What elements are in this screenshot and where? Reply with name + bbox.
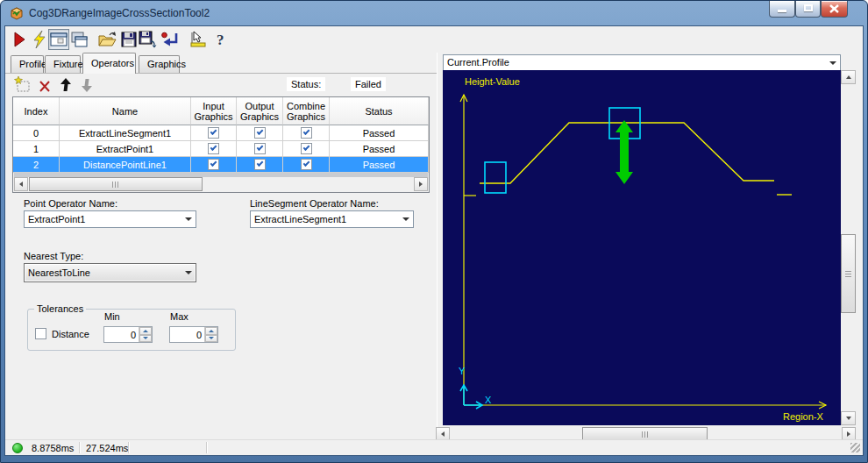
distance-label: Distance bbox=[52, 329, 89, 339]
point-operator-combobox[interactable]: ExtractPoint1 bbox=[24, 210, 196, 228]
reset-button[interactable] bbox=[160, 29, 181, 50]
arrow-right-icon bbox=[419, 182, 423, 187]
dropdown-button[interactable] bbox=[181, 211, 196, 227]
save-as-button[interactable] bbox=[138, 29, 159, 50]
extract-point-region-box[interactable] bbox=[485, 162, 506, 193]
close-button[interactable] bbox=[821, 1, 848, 18]
delete-operator-icon bbox=[36, 76, 53, 94]
table-hscrollbar[interactable] bbox=[14, 177, 428, 191]
spin-up-button[interactable] bbox=[205, 327, 217, 335]
tab-profile[interactable]: Profile bbox=[11, 55, 44, 73]
combine-graphics-checkbox[interactable] bbox=[301, 159, 312, 170]
arrow-left-icon bbox=[19, 182, 23, 187]
save-button[interactable] bbox=[118, 29, 139, 50]
operators-toolbar: Status: Failed bbox=[5, 74, 438, 96]
output-graphics-checkbox[interactable] bbox=[254, 143, 266, 154]
input-graphics-checkbox[interactable] bbox=[208, 143, 219, 154]
dropdown-button[interactable] bbox=[181, 264, 196, 281]
arrow-down-icon bbox=[143, 337, 148, 339]
execution-time: 8.8758ms bbox=[32, 443, 74, 453]
col-header-output-graphics[interactable]: Output Graphics bbox=[237, 97, 283, 125]
minimize-button[interactable] bbox=[769, 1, 795, 18]
chevron-down-icon bbox=[185, 217, 192, 221]
open-file-button[interactable] bbox=[96, 29, 117, 50]
floating-display-button[interactable] bbox=[68, 29, 89, 50]
distance-max-spinner[interactable]: 0 bbox=[169, 326, 218, 343]
nearest-type-combobox[interactable]: NearestToLine bbox=[24, 263, 196, 282]
distance-min-spinner[interactable]: 0 bbox=[103, 326, 153, 343]
status-label: Status: bbox=[287, 77, 325, 91]
table-row[interactable]: 0 ExtractLineSegment1 Passed bbox=[13, 125, 429, 141]
spin-up-button[interactable] bbox=[139, 327, 152, 335]
help-button[interactable]: ? bbox=[210, 29, 231, 50]
floating-display-icon bbox=[70, 31, 88, 48]
result-display-button[interactable] bbox=[48, 29, 69, 50]
distance-arrow[interactable] bbox=[615, 120, 633, 184]
trigger-lightning-icon bbox=[31, 31, 48, 48]
col-header-input-graphics[interactable]: Input Graphics bbox=[191, 97, 237, 125]
col-header-combine-graphics[interactable]: Combine Graphics bbox=[283, 97, 330, 125]
arrow-right-icon bbox=[847, 431, 850, 437]
col-header-name[interactable]: Name bbox=[60, 97, 191, 125]
hscroll-thumb[interactable] bbox=[29, 177, 203, 191]
green-led-icon bbox=[12, 443, 23, 453]
arrow-left-icon bbox=[441, 431, 445, 437]
profile-display: Height-Value Region-X bbox=[443, 70, 841, 425]
save-as-icon bbox=[139, 31, 158, 48]
tab-operators[interactable]: Operators bbox=[82, 53, 136, 74]
run-button[interactable] bbox=[9, 29, 30, 50]
display-source-combobox[interactable]: Current.Profile bbox=[443, 54, 841, 71]
arrow-up-icon bbox=[846, 75, 851, 79]
caliper-tool-button[interactable] bbox=[188, 29, 209, 50]
output-graphics-checkbox[interactable] bbox=[254, 159, 266, 170]
combine-graphics-checkbox[interactable] bbox=[301, 143, 312, 154]
input-graphics-checkbox[interactable] bbox=[208, 127, 219, 139]
save-icon bbox=[120, 31, 138, 48]
arrow-up-icon bbox=[209, 330, 214, 332]
spin-down-button[interactable] bbox=[139, 335, 152, 343]
trigger-button[interactable] bbox=[29, 29, 50, 50]
scroll-up-button[interactable] bbox=[841, 70, 856, 84]
scroll-down-button[interactable] bbox=[841, 411, 856, 425]
title-bar[interactable]: Cog3DRangeImageCrossSectionTool2 bbox=[1, 1, 867, 25]
move-up-button[interactable] bbox=[56, 76, 74, 94]
add-operator-button[interactable] bbox=[14, 76, 32, 94]
distance-tolerance-checkbox[interactable] bbox=[35, 328, 46, 339]
move-down-button[interactable] bbox=[78, 76, 96, 94]
minimize-icon bbox=[778, 10, 786, 12]
col-header-status[interactable]: Status bbox=[330, 97, 429, 125]
y-axis-label: Height-Value bbox=[465, 76, 520, 87]
linesegment-operator-combobox[interactable]: ExtractLineSegment1 bbox=[250, 210, 414, 228]
scroll-left-button[interactable] bbox=[14, 177, 28, 191]
table-row[interactable]: 1 ExtractPoint1 Passed bbox=[13, 141, 429, 157]
profile-plot-svg: Height-Value Region-X bbox=[443, 70, 841, 425]
dropdown-button[interactable] bbox=[398, 211, 413, 227]
check-icon bbox=[302, 128, 309, 135]
maximize-button[interactable] bbox=[795, 1, 821, 18]
tab-fixture[interactable]: Fixture bbox=[45, 55, 81, 73]
output-graphics-checkbox[interactable] bbox=[254, 127, 266, 139]
move-down-icon bbox=[78, 76, 96, 94]
input-graphics-checkbox[interactable] bbox=[208, 159, 219, 170]
check-icon bbox=[302, 144, 309, 151]
combine-graphics-checkbox[interactable] bbox=[301, 127, 312, 139]
tab-graphics[interactable]: Graphics bbox=[139, 55, 180, 73]
client-area: ? Profile Fixture Operators Graphics bbox=[4, 25, 864, 456]
table-row-selected[interactable]: 2 DistancePointLine1 Passed bbox=[13, 157, 429, 173]
check-icon bbox=[256, 128, 263, 135]
dropdown-button[interactable] bbox=[825, 55, 840, 70]
scroll-right-button[interactable] bbox=[414, 177, 428, 191]
maximize-icon bbox=[804, 4, 813, 11]
nearest-type-label: Nearest Type: bbox=[24, 251, 83, 261]
linesegment-operator-label: LineSegment Operator Name: bbox=[250, 198, 379, 209]
resize-grip[interactable] bbox=[850, 443, 860, 452]
delete-operator-button[interactable] bbox=[36, 76, 53, 94]
total-time: 27.524ms bbox=[86, 443, 128, 453]
add-operator-icon bbox=[14, 76, 32, 94]
vscroll-thumb[interactable] bbox=[841, 234, 856, 313]
arrow-down-icon bbox=[209, 337, 214, 339]
display-vscrollbar[interactable] bbox=[841, 70, 856, 425]
spin-down-button[interactable] bbox=[205, 335, 217, 343]
col-header-index[interactable]: Index bbox=[13, 97, 60, 125]
pane-splitter[interactable] bbox=[437, 53, 438, 441]
